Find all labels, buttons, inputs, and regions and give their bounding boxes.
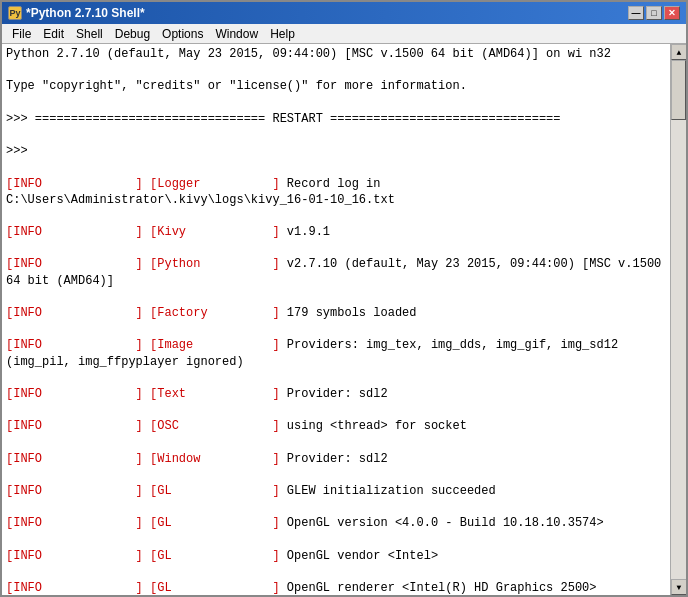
scrollbar[interactable]: ▲ ▼	[670, 44, 686, 595]
shell-line: [INFO ] [Kivy ] v1.9.1	[6, 224, 666, 240]
shell-line: [INFO ] [GL ] OpenGL version <4.0.0 - Bu…	[6, 515, 666, 531]
shell-line: Type "copyright", "credits" or "license(…	[6, 78, 666, 94]
main-window: Py *Python 2.7.10 Shell* — □ ✕ File Edit…	[0, 0, 688, 597]
scroll-up-button[interactable]: ▲	[671, 44, 686, 60]
menu-shell[interactable]: Shell	[70, 25, 109, 43]
shell-line: [INFO ] [OSC ] using <thread> for socket	[6, 418, 666, 434]
window-title: *Python 2.7.10 Shell*	[26, 6, 145, 20]
shell-line: [INFO ] [Factory ] 179 symbols loaded	[6, 305, 666, 321]
menu-file[interactable]: File	[6, 25, 37, 43]
shell-line: [INFO ] [GL ] OpenGL vendor <Intel>	[6, 548, 666, 564]
menu-bar: File Edit Shell Debug Options Window Hel…	[2, 24, 686, 44]
menu-debug[interactable]: Debug	[109, 25, 156, 43]
shell-line: >>> ================================ RES…	[6, 111, 666, 127]
menu-window[interactable]: Window	[209, 25, 264, 43]
shell-content: Python 2.7.10 (default, May 23 2015, 09:…	[2, 44, 686, 595]
menu-help[interactable]: Help	[264, 25, 301, 43]
shell-line: Python 2.7.10 (default, May 23 2015, 09:…	[6, 46, 666, 62]
title-bar-controls: — □ ✕	[628, 6, 680, 20]
shell-line: [INFO ] [Python ] v2.7.10 (default, May …	[6, 256, 666, 288]
menu-options[interactable]: Options	[156, 25, 209, 43]
shell-line: [INFO ] [Image ] Providers: img_tex, img…	[6, 337, 666, 369]
shell-output[interactable]: Python 2.7.10 (default, May 23 2015, 09:…	[2, 44, 670, 595]
shell-line: [INFO ] [Logger ] Record log in C:\Users…	[6, 176, 666, 208]
shell-line: [INFO ] [GL ] GLEW initialization succee…	[6, 483, 666, 499]
maximize-button[interactable]: □	[646, 6, 662, 20]
scroll-down-button[interactable]: ▼	[671, 579, 686, 595]
shell-line: >>>	[6, 143, 666, 159]
menu-edit[interactable]: Edit	[37, 25, 70, 43]
title-bar: Py *Python 2.7.10 Shell* — □ ✕	[2, 2, 686, 24]
shell-line: [INFO ] [Text ] Provider: sdl2	[6, 386, 666, 402]
close-button[interactable]: ✕	[664, 6, 680, 20]
title-bar-left: Py *Python 2.7.10 Shell*	[8, 6, 145, 20]
shell-line: [INFO ] [GL ] OpenGL renderer <Intel(R) …	[6, 580, 666, 595]
scroll-track	[671, 60, 686, 579]
app-icon: Py	[8, 6, 22, 20]
shell-line: [INFO ] [Window ] Provider: sdl2	[6, 451, 666, 467]
minimize-button[interactable]: —	[628, 6, 644, 20]
scroll-thumb[interactable]	[671, 60, 686, 120]
